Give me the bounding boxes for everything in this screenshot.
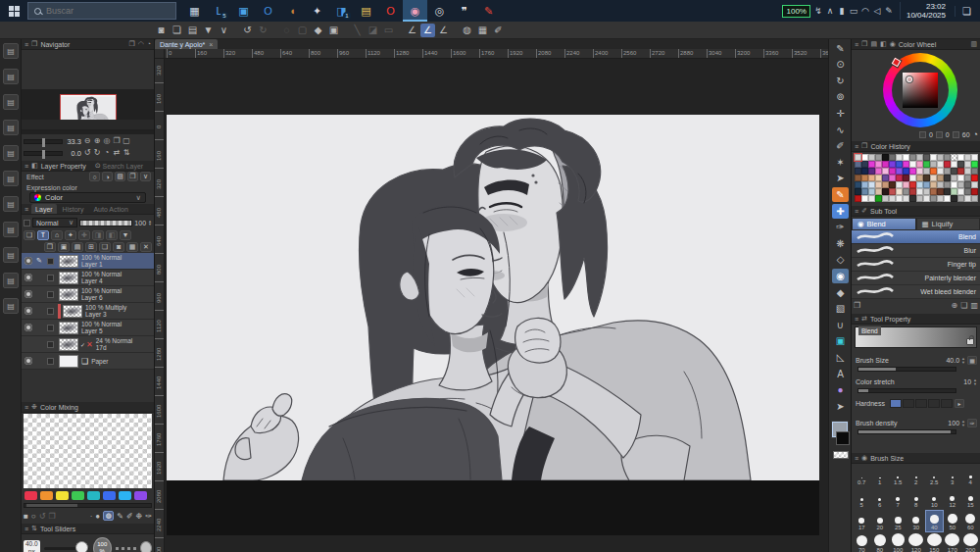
- app-opera[interactable]: O: [378, 0, 403, 22]
- brush-size-10[interactable]: 10: [925, 487, 944, 510]
- subtool-item[interactable]: Painterly blender: [852, 272, 980, 285]
- brush-size-100[interactable]: 100: [889, 532, 907, 552]
- battery-percent-badge[interactable]: 100%: [782, 5, 809, 18]
- history-swatch[interactable]: [937, 188, 944, 195]
- history-swatch[interactable]: [951, 188, 957, 195]
- history-swatch[interactable]: [937, 161, 944, 168]
- layer-checkbox[interactable]: [47, 341, 54, 348]
- history-swatch[interactable]: [882, 161, 889, 168]
- history-swatch[interactable]: [882, 175, 889, 181]
- history-swatch[interactable]: [882, 181, 889, 188]
- value-stepper[interactable]: ▲▼: [961, 420, 965, 427]
- history-swatch[interactable]: [909, 181, 916, 188]
- history-swatch[interactable]: [971, 168, 978, 175]
- brush-size-50[interactable]: 50: [944, 510, 962, 532]
- clip-cell[interactable]: [44, 341, 57, 348]
- app-file-explorer[interactable]: ▤: [354, 0, 378, 22]
- pen-tool[interactable]: ✎: [832, 41, 849, 56]
- document-tab[interactable]: Dante y Apolo* ×: [155, 39, 218, 49]
- history-swatch[interactable]: [951, 175, 957, 181]
- pen-icon[interactable]: ✎: [884, 6, 894, 16]
- blend-tool[interactable]: ◉: [832, 269, 849, 283]
- deselect-icon[interactable]: ▢: [295, 24, 310, 37]
- brush-size-0.7[interactable]: 0.7: [853, 465, 871, 487]
- history-swatch[interactable]: [971, 188, 978, 195]
- history-swatch[interactable]: [916, 154, 923, 161]
- expression-color-dropdown[interactable]: Color ∨: [29, 192, 146, 203]
- history-swatch[interactable]: [923, 168, 930, 175]
- mix-copy-icon[interactable]: ❐: [48, 512, 55, 521]
- cw-tab-swatch-icon[interactable]: ❐: [861, 40, 867, 48]
- clip-cell[interactable]: [44, 325, 57, 331]
- redo-icon[interactable]: ↻: [256, 24, 270, 37]
- layer-checkbox[interactable]: [47, 308, 54, 315]
- lock-icon[interactable]: [966, 338, 974, 345]
- new-vector-layer[interactable]: ▣: [58, 242, 70, 252]
- history-swatch[interactable]: [964, 161, 971, 168]
- dock-palette-icon-1[interactable]: ▤: [3, 43, 19, 59]
- mix-brush-icon[interactable]: ✎: [117, 512, 123, 521]
- brush-size-4[interactable]: 4: [961, 465, 980, 487]
- start-button[interactable]: [0, 0, 27, 22]
- selection-pen-tool[interactable]: ✚: [832, 204, 849, 219]
- rotate-left-button[interactable]: ↺: [82, 149, 92, 157]
- history-swatch[interactable]: [923, 195, 930, 202]
- history-swatch[interactable]: [930, 188, 937, 195]
- fullscreen-button[interactable]: ▢: [122, 137, 131, 145]
- history-swatch[interactable]: [868, 181, 875, 188]
- history-swatch[interactable]: [855, 161, 861, 168]
- clip-cell[interactable]: [44, 308, 57, 315]
- mix-undo-icon[interactable]: ↺: [39, 512, 46, 521]
- app-lightshot[interactable]: L5: [207, 0, 231, 22]
- brush-size-80[interactable]: 80: [871, 532, 890, 552]
- history-swatch[interactable]: [896, 168, 903, 175]
- brush-size-slider[interactable]: [44, 547, 89, 550]
- layer-row[interactable]: ❏Paper: [22, 353, 154, 370]
- brush-size-170[interactable]: 170: [944, 532, 962, 552]
- value-stepper[interactable]: ▲▼: [961, 357, 965, 364]
- history-swatch[interactable]: [909, 195, 916, 202]
- layer-ruler-toggle[interactable]: ◨: [92, 230, 104, 240]
- close-tab-icon[interactable]: ×: [209, 41, 213, 48]
- layer-thumbnail[interactable]: [63, 305, 82, 318]
- history-swatch[interactable]: [909, 188, 916, 195]
- history-swatch[interactable]: [855, 195, 861, 202]
- zoom-tool[interactable]: ⊙: [832, 58, 849, 73]
- history-swatch[interactable]: [937, 195, 944, 202]
- history-swatch[interactable]: [944, 161, 951, 168]
- brush-size-30[interactable]: 30: [907, 510, 926, 532]
- property-slider[interactable]: [858, 388, 956, 393]
- dial-knob[interactable]: [140, 541, 152, 552]
- dock-palette-icon-4[interactable]: ▤: [3, 120, 19, 135]
- color-mode-toggle-icon[interactable]: ◔: [973, 129, 978, 139]
- history-swatch[interactable]: [875, 195, 882, 202]
- mixing-swatch-4[interactable]: [72, 491, 84, 500]
- nav-onion-icon[interactable]: ◠: [138, 40, 144, 48]
- app-quote[interactable]: ❞: [452, 0, 476, 22]
- history-swatch[interactable]: [889, 168, 896, 175]
- layer-thumbnail[interactable]: [59, 355, 78, 368]
- history-swatch[interactable]: [889, 195, 896, 202]
- history-swatch[interactable]: [889, 175, 896, 181]
- history-swatch[interactable]: [957, 181, 964, 188]
- dock-palette-icon-10[interactable]: ▤: [3, 273, 19, 288]
- brush-size-value-box[interactable]: 40.0 px: [24, 540, 40, 552]
- history-swatch[interactable]: [923, 161, 930, 168]
- history-swatch[interactable]: [861, 168, 868, 175]
- app-mail[interactable]: ◨1: [329, 0, 354, 22]
- history-swatch[interactable]: [957, 161, 964, 168]
- rotate-view-icon[interactable]: ◍: [460, 24, 474, 37]
- history-swatch[interactable]: [916, 168, 923, 175]
- layer-row[interactable]: 100 % NormalLayer 4: [22, 270, 154, 286]
- layer-checkbox[interactable]: [47, 275, 54, 281]
- history-swatch[interactable]: [930, 168, 937, 175]
- dock-palette-icon-8[interactable]: ▤: [3, 222, 19, 237]
- mix-blender-icon[interactable]: ✐: [126, 512, 133, 521]
- clip-cell[interactable]: [44, 291, 57, 298]
- subtool-menu-icon[interactable]: ❐: [854, 301, 860, 310]
- undo-icon[interactable]: ↺: [240, 24, 255, 37]
- visibility-cell[interactable]: [22, 324, 34, 331]
- history-swatch[interactable]: [875, 175, 882, 181]
- rotate-canvas-tool[interactable]: ↻: [832, 74, 849, 88]
- new-file-icon[interactable]: ❏: [170, 24, 184, 37]
